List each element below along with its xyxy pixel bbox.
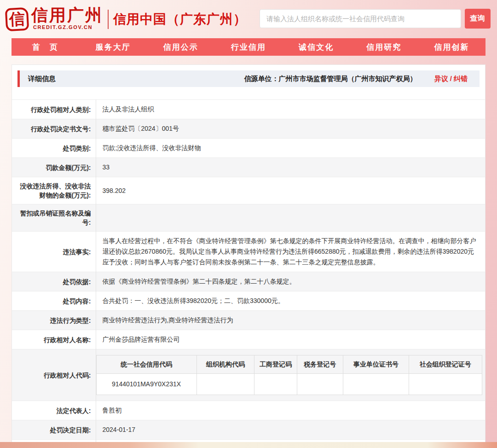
field-label: 违法行为类型: [12,311,96,330]
field-value: 合共处罚：一、没收违法所得3982020元；二、罚款330000元。 [96,291,485,311]
field-value: 鲁胜初 [96,401,485,420]
field-label: 没收违法所得、没收非法财物的金额(万元): [12,177,96,204]
field-label: 法定代表人: [12,401,96,420]
field-value: 398.202 [96,177,485,204]
nav-item-home[interactable]: 首 页 [12,38,79,56]
entity-code-table: 统一社会信用代码 组织机构代码 工商登记码 税务登记号 事业单位证书号 社会组织… [96,355,483,395]
field-value: 穗市监处罚〔2024〕001号 [96,119,485,139]
site-name: 信用广州 [31,6,103,24]
code-col-header: 组织机构代码 [196,355,254,374]
field-value: 2024-01-17 [96,420,485,440]
nav-item-credit-innovation[interactable]: 信用创新 [418,38,485,56]
field-label: 罚款金额(万元): [12,158,96,177]
table-row: 处罚依据: 依据《商业特许经营管理条例》第二十四条规定，第二十八条规定。 [12,272,485,291]
code-empty-cell [409,374,482,395]
detail-header: 详细信息 信源单位：广州市市场监督管理局（广州市知识产权局） 异议 / 纠错 [17,70,480,87]
table-row: 行政相对人名称: 广州金莎品牌运营有限公司 [12,330,485,349]
seal-logo-icon: 信 [5,7,29,32]
table-row: 没收违法所得、没收非法财物的金额(万元): 398.202 [12,177,485,204]
table-row: 处罚类别: 罚款;没收违法所得、没收非法财物 [12,139,485,158]
table-row: 行政处罚决定书文号: 穗市监处罚〔2024〕001号 [12,119,485,139]
site-domain: CREDIT.GZ.GOV.CN [33,24,103,30]
table-row-entity-codes: 行政相对人代码: 统一社会信用代码 组织机构代码 工商登记码 税务登记号 事业单… [12,349,485,401]
code-empty-cell [254,374,297,395]
nav-item-service-hall[interactable]: 服务大厅 [79,38,147,56]
field-label: 处罚内容: [12,291,96,311]
field-label: 行政相对人名称: [12,330,96,349]
field-label: 行政处罚决定书文号: [12,119,96,139]
background-wave [0,442,497,448]
nav-item-credit-publicity[interactable]: 信用公示 [147,38,214,56]
field-label: 处罚依据: [12,272,96,291]
code-col-header: 社会组织登记证号 [409,355,482,374]
site-logo[interactable]: 信 信用广州 CREDIT.GZ.GOV.CN 信用中国（广东广州） [6,6,247,31]
seal-character: 信 [9,8,25,30]
table-row: 法定代表人: 鲁胜初 [12,401,485,420]
search-button[interactable]: 查询 [465,9,491,29]
field-value: 依据《商业特许经营管理条例》第二十四条规定，第二十八条规定。 [96,272,485,291]
logo-text: 信用广州 CREDIT.GZ.GOV.CN [31,6,103,30]
code-value-cell: 91440101MA9Y0X231X [96,374,196,395]
code-col-header: 事业单位证书号 [343,355,409,374]
field-label: 行政相对人代码: [12,349,96,401]
code-col-header: 税务登记号 [297,355,343,374]
nav-item-integrity-culture[interactable]: 诚信文化 [283,38,350,56]
field-label: 违法事实: [12,232,96,272]
nav-item-industry-credit[interactable]: 行业信用 [214,38,282,56]
code-empty-cell [343,374,409,395]
search-input[interactable] [260,9,461,28]
search-bar: 查询 [260,9,491,29]
table-row: 暂扣或吊销证照名称及编号: [12,204,485,232]
field-value: 广州金莎品牌运营有限公司 [96,330,485,349]
table-row: 违法行为类型: 商业特许经营违法行为,商业特许经营违法行为 [12,311,485,330]
table-row: 行政处罚相对人类别: 法人及非法人组织 [12,100,485,119]
site-header: 信 信用广州 CREDIT.GZ.GOV.CN 信用中国（广东广州） 查询 [0,0,497,37]
nav-item-credit-research[interactable]: 信用研究 [350,38,418,56]
dispute-correction-link[interactable]: 异议 / 纠错 [434,75,468,83]
field-value: 33 [96,158,485,177]
field-label: 处罚类别: [12,139,96,158]
code-col-header: 工商登记码 [254,355,297,374]
field-label: 暂扣或吊销证照名称及编号: [12,204,96,232]
source-unit-label: 信源单位：广州市市场监督管理局（广州市知识产权局） [244,75,416,83]
field-value: 商业特许经营违法行为,商业特许经营违法行为 [96,311,485,330]
code-empty-cell [196,374,254,395]
field-label: 行政处罚相对人类别: [12,100,96,119]
field-value: 罚款;没收违法所得、没收非法财物 [96,139,485,158]
field-value: 统一社会信用代码 组织机构代码 工商登记码 税务登记号 事业单位证书号 社会组织… [96,349,485,401]
main-nav: 首 页 服务大厅 信用公示 行业信用 诚信文化 信用研究 信用创新 [12,38,485,56]
portal-title: 信用中国（广东广州） [113,11,247,28]
code-header-row: 统一社会信用代码 组织机构代码 工商登记码 税务登记号 事业单位证书号 社会组织… [96,355,482,374]
table-row: 违法事实: 当事人在经营过程中，在不符合《商业特许经营管理条例》第七条规定的条件… [12,232,485,272]
field-value: 法人及非法人组织 [96,100,485,119]
table-row: 处罚内容: 合共处罚：一、没收违法所得3982020元；二、罚款330000元。 [12,291,485,311]
table-row: 处罚决定日期: 2024-01-17 [12,420,485,440]
accent-bar [17,70,20,87]
code-value-row: 91440101MA9Y0X231X [96,374,482,395]
detail-card: 详细信息 信源单位：广州市市场监督管理局（广州市知识产权局） 异议 / 纠错 行… [12,64,485,443]
field-value [96,204,485,232]
code-empty-cell [297,374,343,395]
field-value: 当事人在经营过程中，在不符合《商业特许经营管理条例》第七条规定的条件下开展商业特… [96,232,485,272]
code-col-header: 统一社会信用代码 [96,355,196,374]
field-label: 处罚决定日期: [12,420,96,440]
penalty-info-table: 行政处罚相对人类别: 法人及非法人组织 行政处罚决定书文号: 穗市监处罚〔202… [12,99,485,443]
page-title: 详细信息 [28,75,56,83]
table-row: 罚款金额(万元): 33 [12,158,485,177]
logo-divider [108,10,109,29]
